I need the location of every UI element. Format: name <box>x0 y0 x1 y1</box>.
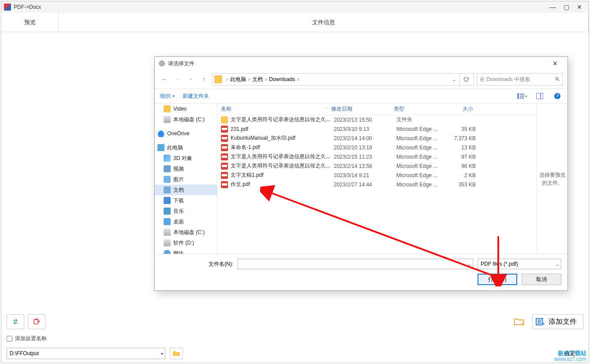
chevron-down-icon[interactable]: ⌄ <box>450 77 459 82</box>
main-tabs: 预览 文件信息 <box>1 13 589 32</box>
folder-tree[interactable]: Video本地磁盘 (C:)OneDrive此电脑3D 对象视频图片文档下载音乐… <box>155 104 217 254</box>
tree-item[interactable]: 下载 <box>155 195 217 206</box>
tree-item-label: 网络 <box>173 250 184 254</box>
file-type: Microsoft Edge ... <box>396 154 448 160</box>
nav-back-button[interactable]: ← <box>159 74 170 85</box>
svg-text:+: + <box>542 321 545 326</box>
tree-item[interactable]: 桌面 <box>155 216 217 227</box>
chevron-down-icon: ⌄ <box>556 262 559 267</box>
svg-rect-12 <box>519 94 524 95</box>
col-size[interactable]: 大小 <box>445 105 478 113</box>
open-button[interactable]: 打开(O) <box>478 274 517 285</box>
file-row[interactable]: 文字是人类用符号记录表达信息以传之久...2023/2/13 15:50文件夹 <box>217 115 537 124</box>
new-folder-button[interactable]: + <box>510 314 528 329</box>
tree-item[interactable]: 此电脑 <box>155 142 217 153</box>
preview-pane: 选择要预览的文件。 <box>537 104 568 254</box>
nav-recent-button[interactable]: ▾ <box>186 74 196 85</box>
tree-item-label: 下载 <box>173 197 184 204</box>
file-date: 2023/2/10 13:19 <box>334 145 396 151</box>
nav-up-button[interactable]: ↑ <box>199 74 209 85</box>
crumb-root[interactable]: 此电脑 <box>230 76 246 83</box>
tree-item[interactable]: 3D 对象 <box>155 153 217 163</box>
view-list-icon <box>517 93 524 99</box>
nav-forward-button[interactable]: → <box>172 74 183 85</box>
tree-item[interactable]: OneDrive <box>155 128 217 139</box>
tree-item[interactable]: Video <box>155 104 217 114</box>
browse-folder-button[interactable] <box>170 348 183 359</box>
app-title: PDF->Docx <box>14 4 41 10</box>
file-name: 文字是人类用符号记录表达信息以传之久... <box>231 162 334 170</box>
organize-menu[interactable]: 组织▾ <box>160 93 175 100</box>
file-size: 13 KB <box>448 145 480 151</box>
tree-item[interactable]: 文档 <box>155 185 217 195</box>
col-date[interactable]: 修改日期 <box>331 105 394 113</box>
add-setting-checkbox[interactable] <box>7 336 12 342</box>
swap-icon <box>11 318 19 326</box>
file-size: 97 KB <box>448 154 480 160</box>
output-path-select[interactable]: D:\FFOutput ▾ <box>7 348 165 359</box>
crumb-2[interactable]: Downloads <box>269 76 295 82</box>
tab-preview[interactable]: 预览 <box>1 13 59 32</box>
file-row[interactable]: KubuntuManual_加水印.pdf2023/2/14 14:00Micr… <box>217 134 537 143</box>
svg-rect-15 <box>536 93 543 99</box>
file-name: 文字是人类用符号记录表达信息以传之久... <box>231 153 334 160</box>
svg-rect-13 <box>519 96 524 97</box>
file-name: 231.pdf <box>231 126 334 132</box>
dialog-close-button[interactable]: ✕ <box>546 58 564 69</box>
file-date: 2023/3/14 9:21 <box>334 172 396 178</box>
tree-item-label: 桌面 <box>173 218 184 226</box>
new-folder-button[interactable]: 新建文件夹 <box>183 93 209 100</box>
tree-item[interactable]: 视频 <box>155 163 217 174</box>
col-name[interactable]: 名称˄ <box>217 105 331 113</box>
swap-button[interactable] <box>7 314 24 329</box>
search-placeholder: 在 Downloads 中搜索 <box>480 76 530 83</box>
search-input[interactable]: 在 Downloads 中搜索 🔍︎ <box>477 73 563 85</box>
file-date: 2023/2/13 15:50 <box>334 117 396 123</box>
filename-input[interactable]: ⌄ <box>238 259 473 269</box>
file-date: 2023/3/10 9:13 <box>334 126 396 132</box>
file-row[interactable]: 231.pdf2023/3/10 9:13Microsoft Edge ...3… <box>217 124 537 134</box>
tree-item[interactable]: 图片 <box>155 174 217 185</box>
close-button[interactable]: ✕ <box>573 3 586 11</box>
maximize-button[interactable]: ▢ <box>560 3 573 11</box>
view-mode-button[interactable]: ▾ <box>517 91 527 101</box>
preview-pane-toggle[interactable] <box>535 91 545 101</box>
tree-item[interactable]: 网络 <box>155 248 217 254</box>
breadcrumb[interactable]: › 此电脑 › 文档 › Downloads › ⌄ <box>212 73 474 85</box>
file-name: 未命名-1.pdf <box>231 144 334 151</box>
col-type[interactable]: 类型 <box>394 105 445 113</box>
file-type: 文件夹 <box>396 116 448 123</box>
tree-item-label: 本地磁盘 (C:) <box>173 229 205 236</box>
cancel-button[interactable]: 取消 <box>522 274 561 285</box>
file-date: 2023/2/14 14:00 <box>334 135 396 141</box>
add-file-button[interactable]: + 添加文件 <box>532 314 583 329</box>
file-row[interactable]: 文字是人类用符号记录表达信息以传之久...2023/2/14 13:58Micr… <box>217 161 537 171</box>
file-row[interactable]: 文字是人类用符号记录表达信息以传之久...2023/2/15 11:23Micr… <box>217 152 537 161</box>
refresh-icon <box>463 76 469 82</box>
main-titlebar: PDF->Docx — ▢ ✕ <box>1 1 589 13</box>
dialog-title: 请选择文件 <box>168 60 194 67</box>
tree-item[interactable]: 本地磁盘 (C:) <box>155 114 217 125</box>
tree-item[interactable]: 软件 (D:) <box>155 238 217 248</box>
remove-button[interactable] <box>28 314 45 329</box>
tree-item-label: 3D 对象 <box>173 155 192 162</box>
refresh-button[interactable] <box>459 74 472 85</box>
crumb-1[interactable]: 文档 <box>252 76 263 83</box>
net-icon <box>164 250 171 254</box>
video-icon <box>164 165 171 172</box>
svg-text:?: ? <box>556 93 559 99</box>
filetype-select[interactable]: PDF files (*.pdf) ⌄ <box>478 259 561 269</box>
minimize-button[interactable]: — <box>546 3 560 11</box>
file-row[interactable]: 作文.pdf2023/2/27 14:44Microsoft Edge ...3… <box>217 180 537 189</box>
svg-rect-14 <box>519 98 524 99</box>
tab-fileinfo[interactable]: 文件信息 <box>59 13 589 32</box>
watermark: 极光下载站 www.xz7.com <box>554 350 586 362</box>
tree-item[interactable]: 本地磁盘 (C:) <box>155 227 217 238</box>
file-type: Microsoft Edge ... <box>396 145 448 151</box>
file-row[interactable]: 未命名-1.pdf2023/2/10 13:19Microsoft Edge .… <box>217 143 537 152</box>
file-row[interactable]: 文字文稿1.pdf2023/3/14 9:21Microsoft Edge ..… <box>217 171 537 180</box>
svg-rect-0 <box>34 319 38 324</box>
file-list[interactable]: 名称˄ 修改日期 类型 大小 文字是人类用符号记录表达信息以传之久...2023… <box>217 104 537 254</box>
help-button[interactable]: ? <box>553 91 562 101</box>
tree-item[interactable]: 音乐 <box>155 206 217 216</box>
